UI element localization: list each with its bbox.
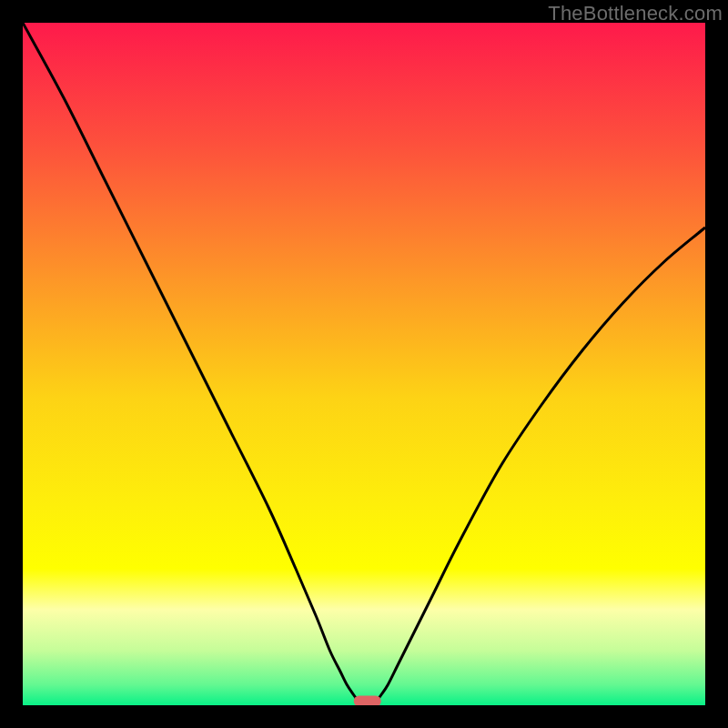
- left-curve: [23, 23, 358, 700]
- curves-layer: [23, 23, 705, 705]
- optimal-marker: [354, 696, 381, 706]
- chart-frame: TheBottleneck.com: [0, 0, 728, 728]
- right-curve: [378, 228, 705, 700]
- plot-area: [23, 23, 705, 705]
- watermark-text: TheBottleneck.com: [548, 2, 723, 25]
